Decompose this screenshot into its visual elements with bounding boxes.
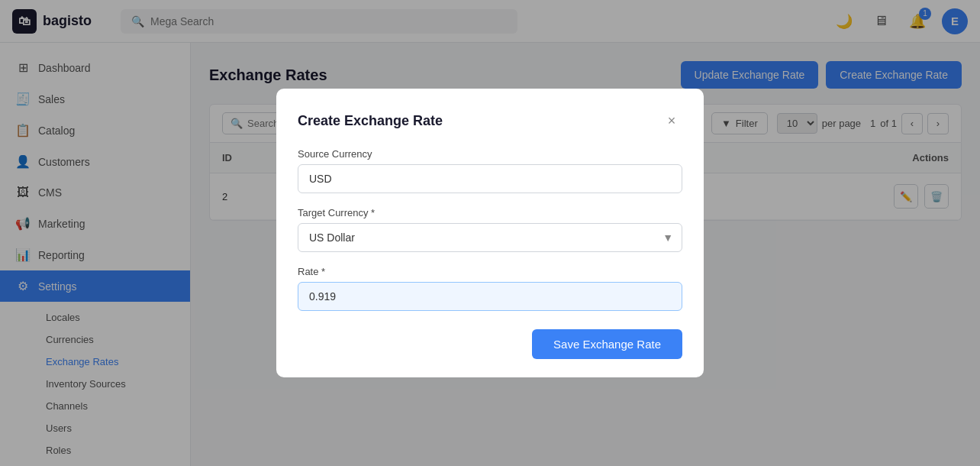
target-currency-select[interactable]: US Dollar Euro GBP JPY <box>298 223 682 252</box>
rate-label: Rate * <box>298 266 682 277</box>
target-currency-label: Target Currency * <box>298 207 682 218</box>
modal-title: Create Exchange Rate <box>298 113 443 129</box>
modal-footer: Save Exchange Rate <box>298 329 682 359</box>
target-currency-select-wrapper: US Dollar Euro GBP JPY ▼ <box>298 223 682 252</box>
modal-overlay[interactable]: Create Exchange Rate × Source Currency T… <box>0 0 980 466</box>
rate-group: Rate * <box>298 266 682 311</box>
modal-close-button[interactable]: × <box>661 110 682 131</box>
source-currency-group: Source Currency <box>298 148 682 193</box>
target-currency-group: Target Currency * US Dollar Euro GBP JPY… <box>298 207 682 252</box>
source-currency-input[interactable] <box>298 164 682 193</box>
rate-input[interactable] <box>298 282 682 311</box>
create-exchange-rate-modal: Create Exchange Rate × Source Currency T… <box>276 89 704 377</box>
save-exchange-rate-button[interactable]: Save Exchange Rate <box>532 329 682 359</box>
source-currency-label: Source Currency <box>298 148 682 160</box>
modal-header: Create Exchange Rate × <box>298 110 682 131</box>
